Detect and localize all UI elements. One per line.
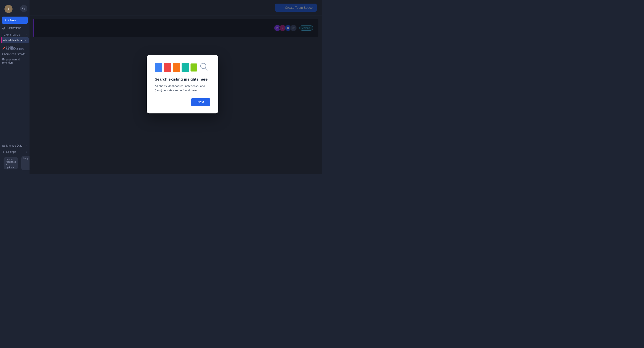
search-icon <box>22 7 25 10</box>
team-spaces-label: TEAM SPACES <box>2 34 20 36</box>
sidebar-item-engagement-retention[interactable]: Engagement & retention <box>0 57 30 65</box>
new-button[interactable]: + + New <box>2 17 28 24</box>
sidebar-item-label: official-dashboards <box>3 39 26 42</box>
svg-line-6 <box>205 68 208 70</box>
new-button-label: + New <box>8 19 16 22</box>
settings-label: Settings <box>6 150 16 154</box>
pinned-dashboards-label: PINNED DASHBOARDS <box>6 46 27 51</box>
engagement-retention-label: Engagement & retention <box>2 58 20 64</box>
search-insights-modal: Search existing insights here All charts… <box>147 55 218 113</box>
next-button[interactable]: Next <box>191 98 210 106</box>
manage-data-icon <box>2 144 5 147</box>
feedback-button[interactable]: Layout feedback & options <box>4 157 18 169</box>
chameleon-growth-label: Chameleon Growth <box>2 53 25 56</box>
modal-title: Search existing insights here <box>155 77 210 82</box>
help-label: Help <box>24 157 28 160</box>
feedback-label: Layout feedback & options <box>6 158 16 169</box>
modal-footer: Next <box>155 98 210 106</box>
modal-description: All charts, dashboards, notebooks, and (… <box>155 84 210 93</box>
modal-icon-teal <box>182 63 189 72</box>
sidebar-bottom: Manage Data › Settings › Layout feedback… <box>0 143 30 174</box>
svg-point-4 <box>3 152 4 153</box>
team-spaces-section: TEAM SPACES › <box>0 31 30 37</box>
bell-icon <box>2 27 5 30</box>
plus-icon: + <box>4 18 6 22</box>
pin-icon: 📌 <box>2 47 5 50</box>
svg-rect-3 <box>2 146 5 147</box>
modal-search-icon <box>200 62 208 73</box>
sidebar-item-chameleon-growth[interactable]: Chameleon Growth <box>0 52 30 57</box>
help-button[interactable]: Help <box>21 156 31 170</box>
next-button-label: Next <box>198 100 204 104</box>
svg-rect-2 <box>2 145 5 146</box>
modal-icon-orange <box>173 63 180 72</box>
manage-data-label: Manage Data <box>6 144 22 147</box>
settings-chevron: › <box>26 150 27 154</box>
modal-icon-red <box>164 63 171 72</box>
notifications-label: Notifications <box>6 27 21 30</box>
sidebar: A + + New Notifications TEAM SPACES › of… <box>0 0 30 174</box>
search-button[interactable] <box>20 5 27 12</box>
modal-icon-row <box>155 62 210 73</box>
manage-data-item[interactable]: Manage Data › <box>0 143 30 149</box>
app-logo[interactable]: A <box>4 5 12 13</box>
pinned-dashboards-section: 📌 PINNED DASHBOARDS <box>0 44 30 52</box>
sidebar-item-official-dashboards[interactable]: official-dashboards <box>1 37 28 43</box>
manage-data-chevron: › <box>26 144 27 147</box>
notifications-item[interactable]: Notifications <box>0 25 30 31</box>
modal-icon-blue <box>155 63 162 72</box>
modal-icon-green <box>190 63 197 71</box>
settings-item[interactable]: Settings › <box>0 149 30 155</box>
team-spaces-chevron[interactable]: › <box>26 33 27 36</box>
svg-line-1 <box>24 9 25 10</box>
settings-icon <box>2 151 5 153</box>
